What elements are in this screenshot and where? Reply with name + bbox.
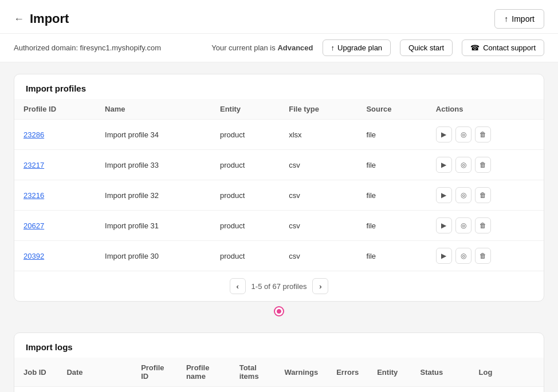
log-total-items-cell: 2 [230, 387, 276, 393]
import-logs-card: Import logs Job ID Date Profile ID Profi… [14, 332, 544, 392]
schedule-button[interactable]: ◎ [455, 217, 471, 233]
profile-name-cell: Import profile 34 [96, 120, 211, 150]
page-header: ← Import ↑ Import [0, 0, 558, 33]
delete-button[interactable]: 🗑 [475, 157, 491, 173]
scroll-indicator [14, 307, 544, 315]
log-row: 131965 10/31/2024, 9:59:41 AM 23286 Impo… [14, 387, 544, 393]
log-col-job-id: Job ID [14, 358, 57, 387]
domain-text: Authorized domain: firesync1.myshopify.c… [14, 43, 161, 52]
profile-actions-cell: ▶ ◎ 🗑 [427, 241, 544, 271]
contact-label: Contact support [483, 43, 536, 52]
col-name: Name [96, 99, 211, 120]
run-button[interactable]: ▶ [436, 187, 452, 203]
upgrade-plan-button[interactable]: ↑ Upgrade plan [323, 39, 391, 56]
run-button[interactable]: ▶ [436, 217, 452, 233]
main-content: Import profiles Profile ID Name Entity F… [0, 62, 558, 392]
plan-name: Advanced [277, 43, 313, 52]
page-title: Import [30, 11, 69, 26]
import-button-label: Import [512, 14, 535, 23]
log-col-date: Date [57, 358, 132, 387]
profile-id-link[interactable]: 23217 [23, 161, 44, 169]
pagination-prev-button[interactable]: ‹ [230, 278, 246, 294]
run-button[interactable]: ▶ [436, 157, 452, 173]
log-profile-id-cell: 23286 [132, 387, 177, 393]
profile-id-link[interactable]: 20392 [23, 252, 44, 260]
log-col-status: Status [411, 358, 470, 387]
log-entity-cell: product [368, 387, 411, 393]
profile-name-cell: Import profile 32 [96, 180, 211, 211]
profile-source-cell: file [357, 180, 426, 211]
back-button[interactable]: ← [14, 13, 24, 25]
profile-entity-cell: product [211, 180, 280, 211]
import-button[interactable]: ↑ Import [494, 9, 544, 29]
run-button[interactable]: ▶ [436, 126, 452, 142]
log-col-entity: Entity [368, 358, 411, 387]
profile-filetype-cell: csv [280, 211, 357, 241]
log-warnings-cell: 0 [275, 387, 327, 393]
run-button[interactable]: ▶ [436, 248, 452, 264]
profile-id-cell: 23286 [14, 120, 96, 150]
log-col-warnings: Warnings [275, 358, 327, 387]
profile-actions-cell: ▶ ◎ 🗑 [427, 120, 544, 150]
profile-actions-cell: ▶ ◎ 🗑 [427, 150, 544, 180]
profile-id-link[interactable]: 23216 [23, 191, 44, 200]
logs-table: Job ID Date Profile ID Profile name Tota… [14, 358, 544, 392]
col-profile-id: Profile ID [14, 99, 96, 120]
contact-support-button[interactable]: ☎ Contact support [462, 39, 544, 56]
profile-id-cell: 20627 [14, 211, 96, 241]
log-download-cell: 📥 download [470, 387, 544, 393]
profiles-pagination: ‹ 1-5 of 67 profiles › [14, 271, 544, 301]
upgrade-label: Upgrade plan [337, 43, 382, 52]
log-col-profile-id: Profile ID [132, 358, 177, 387]
profile-source-cell: file [357, 241, 426, 271]
profile-id-cell: 23217 [14, 150, 96, 180]
schedule-button[interactable]: ◎ [455, 126, 471, 142]
schedule-button[interactable]: ◎ [455, 157, 471, 173]
delete-button[interactable]: 🗑 [475, 126, 491, 142]
log-profile-name-cell: Import profile 34 [177, 387, 230, 393]
profile-id-link[interactable]: 20627 [23, 221, 44, 230]
profile-filetype-cell: csv [280, 150, 357, 180]
import-profiles-card: Import profiles Profile ID Name Entity F… [14, 74, 544, 302]
upgrade-icon: ↑ [331, 43, 335, 52]
pagination-next-button[interactable]: › [312, 278, 328, 294]
profile-filetype-cell: xlsx [280, 120, 357, 150]
log-col-profile-name: Profile name [177, 358, 230, 387]
table-row: 20392 Import profile 30 product csv file… [14, 241, 544, 271]
table-row: 23217 Import profile 33 product csv file… [14, 150, 544, 180]
table-row: 23216 Import profile 32 product csv file… [14, 180, 544, 211]
profile-name-cell: Import profile 31 [96, 211, 211, 241]
log-errors-cell: 0 [327, 387, 368, 393]
profile-name-cell: Import profile 30 [96, 241, 211, 271]
delete-button[interactable]: 🗑 [475, 217, 491, 233]
log-col-errors: Errors [327, 358, 368, 387]
plan-text: Your current plan is Advanced [211, 43, 313, 52]
delete-button[interactable]: 🗑 [475, 187, 491, 203]
plan-label: Your current plan is [211, 43, 276, 52]
profile-id-cell: 23216 [14, 180, 96, 211]
profile-filetype-cell: csv [280, 180, 357, 211]
log-date-cell: 10/31/2024, 9:59:41 AM [57, 387, 132, 393]
profile-id-cell: 20392 [14, 241, 96, 271]
profile-id-link[interactable]: 23286 [23, 130, 44, 139]
profile-source-cell: file [357, 150, 426, 180]
profiles-table-header: Profile ID Name Entity File type Source … [14, 99, 544, 120]
col-entity: Entity [211, 99, 280, 120]
quick-start-button[interactable]: Quick start [400, 39, 453, 56]
profile-entity-cell: product [211, 120, 280, 150]
profile-entity-cell: product [211, 211, 280, 241]
delete-button[interactable]: 🗑 [475, 248, 491, 264]
table-row: 23286 Import profile 34 product xlsx fil… [14, 120, 544, 150]
schedule-button[interactable]: ◎ [455, 187, 471, 203]
log-status-cell: finished [411, 387, 470, 393]
log-col-log: Log [470, 358, 544, 387]
profile-actions-cell: ▶ ◎ 🗑 [427, 211, 544, 241]
log-col-total-items: Total items [230, 358, 276, 387]
profile-entity-cell: product [211, 150, 280, 180]
schedule-button[interactable]: ◎ [455, 248, 471, 264]
import-icon: ↑ [504, 14, 508, 23]
profile-filetype-cell: csv [280, 241, 357, 271]
quick-start-label: Quick start [408, 43, 444, 52]
profiles-section-title: Import profiles [14, 74, 544, 99]
profile-source-cell: file [357, 211, 426, 241]
